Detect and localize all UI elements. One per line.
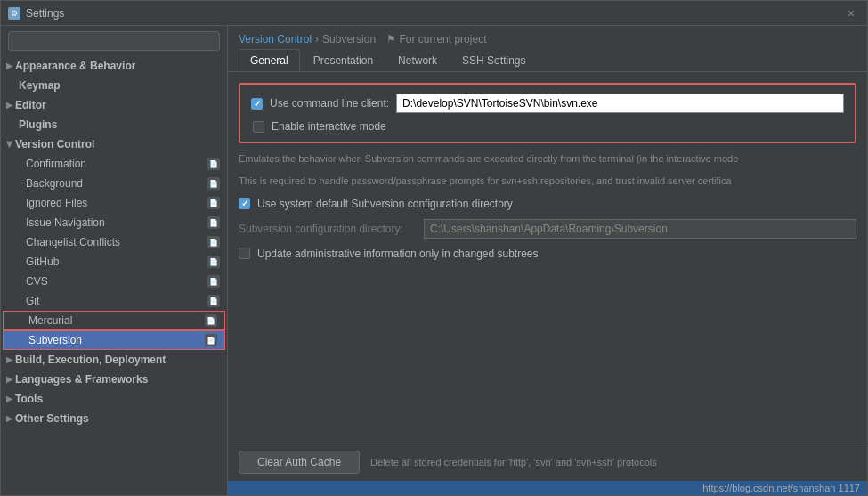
- sidebar-item-label: Plugins: [19, 118, 220, 131]
- page-icon: 📄: [207, 158, 220, 170]
- sidebar-item-plugins[interactable]: Plugins: [1, 115, 227, 134]
- sidebar-item-label: Keymap: [19, 79, 220, 92]
- page-icon: 📄: [205, 314, 217, 327]
- window-title: Settings: [26, 7, 64, 20]
- settings-window: ⚙ Settings × ▶ Appearance & Behavior Key…: [0, 0, 868, 496]
- sidebar-item-confirmation[interactable]: Confirmation 📄: [1, 154, 227, 174]
- sidebar-item-build[interactable]: ▶ Build, Execution, Deployment: [1, 350, 227, 370]
- config-dir-label: Subversion configuration directory:: [239, 223, 417, 235]
- check-mark: ✓: [241, 199, 248, 208]
- desc-text-2: This is required to handle password/pass…: [239, 175, 856, 188]
- breadcrumb-arrow: ›: [315, 33, 319, 45]
- status-text: https://blog.csdn.net/shanshan 1117: [702, 483, 860, 493]
- page-icon: 📄: [207, 295, 220, 307]
- sidebar-item-label: Issue Navigation: [26, 216, 207, 229]
- sidebar-item-subversion[interactable]: Subversion 📄: [3, 330, 225, 350]
- use-cmd-checkbox[interactable]: ✓: [251, 98, 263, 110]
- arrow-icon: ▶: [6, 414, 12, 423]
- tab-bar: General Presentation Network SSH Setting…: [228, 49, 867, 72]
- sidebar-item-version-control[interactable]: ▶ Version Control: [1, 134, 227, 154]
- check-mark: ✓: [254, 99, 261, 109]
- config-dir-input[interactable]: [424, 219, 856, 239]
- arrow-icon: ▶: [5, 142, 14, 148]
- sidebar-item-tools[interactable]: ▶ Tools: [1, 389, 227, 409]
- sys-default-section: ✓ Use system default Subversion configur…: [239, 198, 856, 210]
- cmd-path-input[interactable]: [396, 94, 844, 113]
- sidebar-item-label: GitHub: [26, 256, 207, 268]
- delete-credentials-text: Delete all stored credentials for 'http'…: [370, 457, 657, 468]
- page-icon: 📄: [207, 216, 220, 229]
- breadcrumb-link[interactable]: Version Control: [239, 33, 312, 45]
- breadcrumb-current: Subversion: [322, 33, 376, 45]
- sidebar-item-label: Ignored Files: [26, 197, 207, 209]
- page-icon: 📄: [207, 197, 220, 209]
- sidebar-item-languages[interactable]: ▶ Languages & Frameworks: [1, 370, 227, 389]
- sidebar-item-appearance[interactable]: ▶ Appearance & Behavior: [1, 56, 227, 76]
- sidebar-item-label: Changelist Conflicts: [26, 236, 207, 248]
- sidebar-item-label: Languages & Frameworks: [15, 373, 220, 386]
- arrow-icon: ▶: [6, 394, 12, 403]
- sidebar-item-label: Appearance & Behavior: [15, 60, 220, 72]
- title-bar: ⚙ Settings ×: [1, 1, 867, 26]
- sidebar-item-label: Mercurial: [28, 314, 205, 327]
- use-cmd-row: ✓ Use command line client:: [251, 94, 844, 113]
- config-dir-row: Subversion configuration directory:: [239, 219, 856, 239]
- sidebar-item-issue-navigation[interactable]: Issue Navigation 📄: [1, 213, 227, 232]
- sys-default-label: Use system default Subversion configurat…: [257, 198, 513, 210]
- sidebar-item-label: Other Settings: [15, 412, 220, 425]
- app-icon: ⚙: [8, 7, 20, 20]
- sidebar-item-label: Git: [26, 295, 207, 307]
- main-panel: Version Control › Subversion ⚑ For curre…: [228, 26, 867, 495]
- update-admin-row: Update administrative information only i…: [239, 248, 856, 260]
- arrow-icon: ▶: [6, 355, 12, 364]
- sidebar-item-other-settings[interactable]: ▶ Other Settings: [1, 409, 227, 428]
- tab-network[interactable]: Network: [386, 49, 449, 71]
- cmd-line-section: ✓ Use command line client: Enable intera…: [239, 83, 856, 143]
- sidebar-item-label: CVS: [26, 275, 207, 288]
- breadcrumb: Version Control › Subversion ⚑ For curre…: [228, 26, 867, 49]
- close-button[interactable]: ×: [842, 4, 860, 22]
- sidebar-item-cvs[interactable]: CVS 📄: [1, 272, 227, 291]
- clear-auth-cache-button[interactable]: Clear Auth Cache: [239, 451, 360, 474]
- arrow-icon: ▶: [6, 375, 12, 384]
- sidebar-item-label: Subversion: [28, 334, 205, 346]
- page-icon: 📄: [207, 177, 220, 190]
- interactive-mode-row: Enable interactive mode: [253, 120, 844, 133]
- interactive-mode-checkbox[interactable]: [253, 121, 264, 133]
- sidebar-item-label: Tools: [15, 393, 220, 405]
- panel-content: ✓ Use command line client: Enable intera…: [228, 72, 867, 443]
- sidebar-item-github[interactable]: GitHub 📄: [1, 252, 227, 272]
- page-icon: 📄: [207, 275, 220, 288]
- sidebar-item-changelist-conflicts[interactable]: Changelist Conflicts 📄: [1, 232, 227, 252]
- search-input[interactable]: [8, 31, 220, 51]
- sidebar-item-keymap[interactable]: Keymap: [1, 76, 227, 95]
- tab-presentation[interactable]: Presentation: [302, 49, 385, 71]
- page-icon: 📄: [205, 334, 217, 346]
- update-admin-checkbox[interactable]: [239, 248, 250, 259]
- use-cmd-label: Use command line client:: [270, 97, 389, 110]
- page-icon: 📄: [207, 236, 220, 248]
- update-admin-label: Update administrative information only i…: [257, 248, 539, 260]
- sidebar-item-label: Background: [26, 177, 207, 190]
- arrow-icon: ▶: [6, 61, 12, 70]
- bottom-bar: Clear Auth Cache Delete all stored crede…: [228, 443, 867, 481]
- breadcrumb-project: ⚑ For current project: [386, 33, 486, 45]
- page-icon: 📄: [207, 256, 220, 268]
- sidebar-item-git[interactable]: Git 📄: [1, 291, 227, 311]
- sidebar-item-label: Build, Execution, Deployment: [15, 354, 220, 366]
- sidebar: ▶ Appearance & Behavior Keymap ▶ Editor …: [1, 26, 228, 495]
- sidebar-item-editor[interactable]: ▶ Editor: [1, 95, 227, 115]
- status-bar: https://blog.csdn.net/shanshan 1117: [228, 481, 867, 495]
- tab-general[interactable]: General: [239, 49, 300, 71]
- desc-text-1: Emulates the behavior when Subversion co…: [239, 152, 856, 166]
- sidebar-item-background[interactable]: Background 📄: [1, 174, 227, 193]
- sidebar-item-label: Version Control: [15, 138, 220, 150]
- main-content: ▶ Appearance & Behavior Keymap ▶ Editor …: [1, 26, 867, 495]
- tab-ssh-settings[interactable]: SSH Settings: [450, 49, 537, 71]
- interactive-mode-label: Enable interactive mode: [272, 120, 386, 133]
- sidebar-item-mercurial[interactable]: Mercurial 📄: [3, 311, 225, 330]
- arrow-icon: ▶: [6, 101, 12, 110]
- sidebar-item-ignored-files[interactable]: Ignored Files 📄: [1, 193, 227, 213]
- sys-default-checkbox[interactable]: ✓: [239, 198, 250, 209]
- sidebar-item-label: Confirmation: [26, 158, 207, 170]
